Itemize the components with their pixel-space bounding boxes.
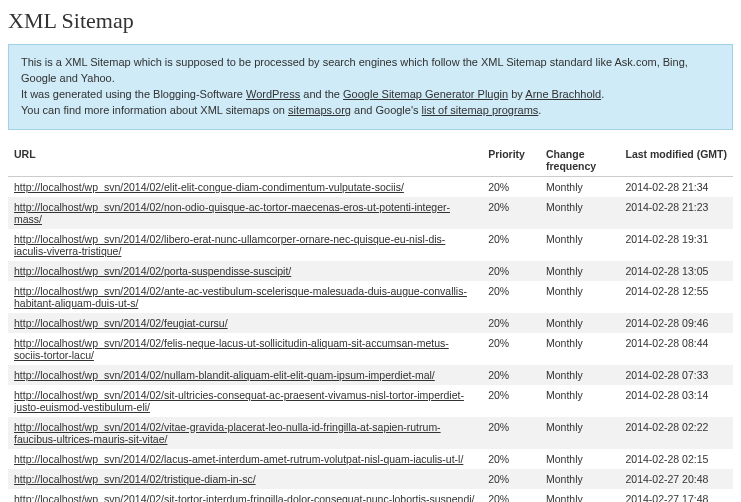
priority-cell: 20% [482, 365, 540, 385]
url-link[interactable]: http://localhost/wp_svn/2014/02/sit-ultr… [14, 389, 464, 413]
header-modified: Last modified (GMT) [619, 144, 733, 177]
author-link[interactable]: Arne Brachhold [525, 88, 601, 100]
table-row: http://localhost/wp_svn/2014/02/porta-su… [8, 261, 733, 281]
change-cell: Monthly [540, 489, 619, 502]
intro-line2-by: by [508, 88, 525, 100]
change-cell: Monthly [540, 261, 619, 281]
url-link[interactable]: http://localhost/wp_svn/2014/02/elit-eli… [14, 181, 404, 193]
table-row: http://localhost/wp_svn/2014/02/lacus-am… [8, 449, 733, 469]
priority-cell: 20% [482, 469, 540, 489]
url-link[interactable]: http://localhost/wp_svn/2014/02/libero-e… [14, 233, 445, 257]
priority-cell: 20% [482, 385, 540, 417]
url-link[interactable]: http://localhost/wp_svn/2014/02/ante-ac-… [14, 285, 467, 309]
url-link[interactable]: http://localhost/wp_svn/2014/02/sit-tort… [14, 493, 474, 502]
table-row: http://localhost/wp_svn/2014/02/vitae-gr… [8, 417, 733, 449]
modified-cell: 2014-02-28 21:34 [619, 176, 733, 197]
header-priority: Priority [482, 144, 540, 177]
intro-line2-mid: and the [300, 88, 343, 100]
url-link[interactable]: http://localhost/wp_svn/2014/02/porta-su… [14, 265, 291, 277]
table-row: http://localhost/wp_svn/2014/02/tristiqu… [8, 469, 733, 489]
priority-cell: 20% [482, 261, 540, 281]
sitemap-table: URL Priority Change frequency Last modif… [8, 144, 733, 502]
priority-cell: 20% [482, 176, 540, 197]
table-row: http://localhost/wp_svn/2014/02/ante-ac-… [8, 281, 733, 313]
change-cell: Monthly [540, 229, 619, 261]
intro-line3-prefix: You can find more information about XML … [21, 104, 288, 116]
change-cell: Monthly [540, 385, 619, 417]
url-link[interactable]: http://localhost/wp_svn/2014/02/nullam-b… [14, 369, 435, 381]
change-cell: Monthly [540, 469, 619, 489]
table-row: http://localhost/wp_svn/2014/02/non-odio… [8, 197, 733, 229]
priority-cell: 20% [482, 449, 540, 469]
modified-cell: 2014-02-28 07:33 [619, 365, 733, 385]
table-row: http://localhost/wp_svn/2014/02/feugiat-… [8, 313, 733, 333]
priority-cell: 20% [482, 333, 540, 365]
url-link[interactable]: http://localhost/wp_svn/2014/02/non-odio… [14, 201, 450, 225]
priority-cell: 20% [482, 197, 540, 229]
priority-cell: 20% [482, 313, 540, 333]
priority-cell: 20% [482, 489, 540, 502]
table-row: http://localhost/wp_svn/2014/02/sit-ultr… [8, 385, 733, 417]
change-cell: Monthly [540, 197, 619, 229]
modified-cell: 2014-02-28 03:14 [619, 385, 733, 417]
modified-cell: 2014-02-28 08:44 [619, 333, 733, 365]
modified-cell: 2014-02-27 17:48 [619, 489, 733, 502]
intro-line1: This is a XML Sitemap which is supposed … [21, 56, 688, 84]
plugin-link[interactable]: Google Sitemap Generator Plugin [343, 88, 508, 100]
change-cell: Monthly [540, 313, 619, 333]
change-cell: Monthly [540, 417, 619, 449]
modified-cell: 2014-02-28 02:22 [619, 417, 733, 449]
table-row: http://localhost/wp_svn/2014/02/elit-eli… [8, 176, 733, 197]
modified-cell: 2014-02-28 09:46 [619, 313, 733, 333]
change-cell: Monthly [540, 449, 619, 469]
table-row: http://localhost/wp_svn/2014/02/sit-tort… [8, 489, 733, 502]
priority-cell: 20% [482, 417, 540, 449]
url-link[interactable]: http://localhost/wp_svn/2014/02/feugiat-… [14, 317, 228, 329]
modified-cell: 2014-02-28 13:05 [619, 261, 733, 281]
programs-link[interactable]: list of sitemap programs [422, 104, 539, 116]
wordpress-link[interactable]: WordPress [246, 88, 300, 100]
intro-line3-mid: and Google's [351, 104, 422, 116]
modified-cell: 2014-02-28 02:15 [619, 449, 733, 469]
change-cell: Monthly [540, 281, 619, 313]
sitemapsorg-link[interactable]: sitemaps.org [288, 104, 351, 116]
url-link[interactable]: http://localhost/wp_svn/2014/02/lacus-am… [14, 453, 463, 465]
change-cell: Monthly [540, 333, 619, 365]
page-title: XML Sitemap [8, 8, 733, 34]
url-link[interactable]: http://localhost/wp_svn/2014/02/vitae-gr… [14, 421, 441, 445]
url-link[interactable]: http://localhost/wp_svn/2014/02/tristiqu… [14, 473, 256, 485]
modified-cell: 2014-02-28 21:23 [619, 197, 733, 229]
header-url: URL [8, 144, 482, 177]
modified-cell: 2014-02-28 19:31 [619, 229, 733, 261]
change-cell: Monthly [540, 176, 619, 197]
table-row: http://localhost/wp_svn/2014/02/nullam-b… [8, 365, 733, 385]
modified-cell: 2014-02-28 12:55 [619, 281, 733, 313]
intro-box: This is a XML Sitemap which is supposed … [8, 44, 733, 130]
priority-cell: 20% [482, 281, 540, 313]
modified-cell: 2014-02-27 20:48 [619, 469, 733, 489]
table-row: http://localhost/wp_svn/2014/02/libero-e… [8, 229, 733, 261]
url-link[interactable]: http://localhost/wp_svn/2014/02/felis-ne… [14, 337, 449, 361]
header-change: Change frequency [540, 144, 619, 177]
priority-cell: 20% [482, 229, 540, 261]
intro-line2-prefix: It was generated using the Blogging-Soft… [21, 88, 246, 100]
change-cell: Monthly [540, 365, 619, 385]
table-row: http://localhost/wp_svn/2014/02/felis-ne… [8, 333, 733, 365]
